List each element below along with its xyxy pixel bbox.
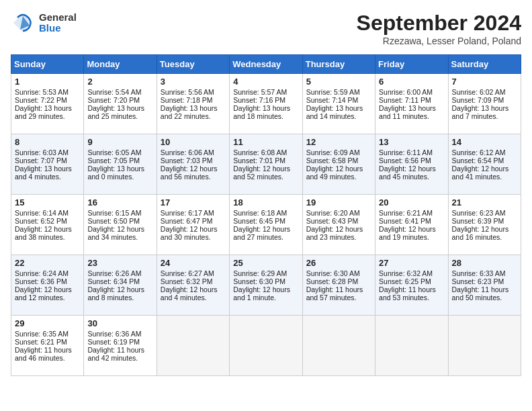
day-number: 20 — [379, 197, 444, 208]
sunset-label: Sunset: 6:32 PM — [161, 277, 213, 285]
calendar-cell: 2 Sunrise: 5:54 AM Sunset: 7:20 PM Dayli… — [84, 74, 157, 134]
day-number: 16 — [87, 197, 152, 208]
sunrise-label: Sunrise: 5:57 AM — [233, 88, 287, 96]
calendar-subtitle: Rzezawa, Lesser Poland, Poland — [357, 36, 521, 46]
calendar-cell — [157, 316, 229, 376]
daylight-label: Daylight: 12 hours and 4 minutes. — [161, 285, 218, 302]
calendar-cell: 23 Sunrise: 6:26 AM Sunset: 6:34 PM Dayl… — [84, 255, 157, 316]
title-block: September 2024 Rzezawa, Lesser Poland, P… — [357, 11, 521, 46]
daylight-label: Daylight: 12 hours and 49 minutes. — [306, 165, 363, 181]
calendar-header: SundayMondayTuesdayWednesdayThursdayFrid… — [11, 55, 521, 74]
logo-icon — [11, 11, 35, 35]
daylight-label: Daylight: 12 hours and 23 minutes. — [306, 225, 363, 241]
daylight-label: Daylight: 11 hours and 53 minutes. — [379, 285, 436, 302]
daylight-label: Daylight: 12 hours and 30 minutes. — [161, 225, 218, 241]
calendar-week-3: 15 Sunrise: 6:14 AM Sunset: 6:52 PM Dayl… — [11, 195, 521, 255]
daylight-label: Daylight: 12 hours and 19 minutes. — [379, 225, 436, 241]
sunset-label: Sunset: 6:50 PM — [87, 217, 140, 225]
sunset-label: Sunset: 6:28 PM — [306, 277, 359, 285]
sunrise-label: Sunrise: 6:17 AM — [161, 209, 214, 217]
calendar-cell: 29 Sunrise: 6:35 AM Sunset: 6:21 PM Dayl… — [11, 316, 84, 376]
daylight-label: Daylight: 13 hours and 0 minutes. — [87, 165, 144, 181]
sunset-label: Sunset: 6:45 PM — [233, 217, 285, 225]
calendar-cell: 6 Sunrise: 6:00 AM Sunset: 7:11 PM Dayli… — [375, 74, 448, 134]
calendar-cell: 30 Sunrise: 6:36 AM Sunset: 6:19 PM Dayl… — [84, 316, 157, 376]
calendar-week-1: 1 Sunrise: 5:53 AM Sunset: 7:22 PM Dayli… — [11, 74, 521, 134]
day-number: 23 — [87, 258, 152, 268]
daylight-label: Daylight: 13 hours and 25 minutes. — [87, 104, 144, 120]
daylight-label: Daylight: 12 hours and 12 minutes. — [15, 285, 72, 302]
calendar-cell: 25 Sunrise: 6:29 AM Sunset: 6:30 PM Dayl… — [230, 255, 302, 316]
sunset-label: Sunset: 7:07 PM — [15, 156, 67, 165]
logo-blue-text: Blue — [39, 23, 77, 34]
calendar-cell — [302, 316, 375, 376]
sunset-label: Sunset: 6:54 PM — [452, 156, 504, 165]
sunset-label: Sunset: 7:03 PM — [161, 156, 213, 165]
daylight-label: Daylight: 12 hours and 34 minutes. — [87, 225, 144, 241]
day-number: 5 — [306, 77, 371, 87]
sunset-label: Sunset: 6:47 PM — [161, 217, 213, 225]
daylight-label: Daylight: 11 hours and 57 minutes. — [306, 285, 363, 302]
calendar-cell: 14 Sunrise: 6:12 AM Sunset: 6:54 PM Dayl… — [448, 134, 521, 195]
day-header-tuesday: Tuesday — [157, 55, 229, 74]
sunset-label: Sunset: 6:39 PM — [452, 217, 504, 225]
sunset-label: Sunset: 7:16 PM — [233, 96, 285, 104]
calendar-cell: 28 Sunrise: 6:33 AM Sunset: 6:23 PM Dayl… — [448, 255, 521, 316]
calendar-cell: 11 Sunrise: 6:08 AM Sunset: 7:01 PM Dayl… — [230, 134, 302, 195]
calendar-cell: 8 Sunrise: 6:03 AM Sunset: 7:07 PM Dayli… — [11, 134, 84, 195]
daylight-label: Daylight: 13 hours and 11 minutes. — [379, 104, 436, 120]
sunset-label: Sunset: 6:19 PM — [87, 338, 140, 346]
calendar-cell: 7 Sunrise: 6:02 AM Sunset: 7:09 PM Dayli… — [448, 74, 521, 134]
logo-text: General Blue — [39, 12, 77, 34]
sunrise-label: Sunrise: 6:36 AM — [87, 330, 141, 338]
sunset-label: Sunset: 7:22 PM — [15, 96, 67, 104]
sunrise-label: Sunrise: 6:20 AM — [306, 209, 360, 217]
daylight-label: Daylight: 13 hours and 4 minutes. — [15, 165, 72, 181]
sunrise-label: Sunrise: 5:53 AM — [15, 88, 69, 96]
day-header-sunday: Sunday — [11, 55, 84, 74]
sunrise-label: Sunrise: 6:06 AM — [161, 148, 214, 156]
sunrise-label: Sunrise: 6:30 AM — [306, 269, 360, 277]
day-number: 21 — [452, 197, 517, 208]
calendar-cell: 4 Sunrise: 5:57 AM Sunset: 7:16 PM Dayli… — [230, 74, 302, 134]
calendar-week-5: 29 Sunrise: 6:35 AM Sunset: 6:21 PM Dayl… — [11, 316, 521, 376]
day-header-thursday: Thursday — [302, 55, 375, 74]
sunset-label: Sunset: 7:20 PM — [87, 96, 140, 104]
day-number: 14 — [452, 137, 517, 147]
sunset-label: Sunset: 7:14 PM — [306, 96, 359, 104]
calendar-week-4: 22 Sunrise: 6:24 AM Sunset: 6:36 PM Dayl… — [11, 255, 521, 316]
calendar-title: September 2024 — [357, 11, 521, 36]
sunrise-label: Sunrise: 6:00 AM — [379, 88, 433, 96]
day-number: 4 — [233, 77, 298, 87]
calendar-cell: 15 Sunrise: 6:14 AM Sunset: 6:52 PM Dayl… — [11, 195, 84, 255]
calendar-cell: 5 Sunrise: 5:59 AM Sunset: 7:14 PM Dayli… — [302, 74, 375, 134]
calendar-cell: 9 Sunrise: 6:05 AM Sunset: 7:05 PM Dayli… — [84, 134, 157, 195]
calendar-cell: 13 Sunrise: 6:11 AM Sunset: 6:56 PM Dayl… — [375, 134, 448, 195]
logo: General Blue — [11, 11, 77, 35]
day-number: 30 — [87, 318, 152, 328]
sunset-label: Sunset: 6:56 PM — [379, 156, 431, 165]
sunrise-label: Sunrise: 6:27 AM — [161, 269, 214, 277]
day-number: 28 — [452, 258, 517, 268]
sunrise-label: Sunrise: 6:09 AM — [306, 148, 360, 156]
sunrise-label: Sunrise: 6:21 AM — [379, 209, 433, 217]
daylight-label: Daylight: 13 hours and 18 minutes. — [233, 104, 290, 120]
sunset-label: Sunset: 7:18 PM — [161, 96, 213, 104]
day-header-saturday: Saturday — [448, 55, 521, 74]
sunrise-label: Sunrise: 5:56 AM — [161, 88, 214, 96]
calendar-cell: 12 Sunrise: 6:09 AM Sunset: 6:58 PM Dayl… — [302, 134, 375, 195]
sunrise-label: Sunrise: 5:54 AM — [87, 88, 141, 96]
sunrise-label: Sunrise: 6:03 AM — [15, 148, 69, 156]
sunset-label: Sunset: 7:01 PM — [233, 156, 285, 165]
calendar-cell: 17 Sunrise: 6:17 AM Sunset: 6:47 PM Dayl… — [157, 195, 229, 255]
day-number: 29 — [15, 318, 80, 328]
sunset-label: Sunset: 6:58 PM — [306, 156, 359, 165]
daylight-label: Daylight: 13 hours and 22 minutes. — [161, 104, 218, 120]
daylight-label: Daylight: 12 hours and 52 minutes. — [233, 165, 290, 181]
calendar-cell — [448, 316, 521, 376]
sunset-label: Sunset: 6:43 PM — [306, 217, 359, 225]
sunrise-label: Sunrise: 6:15 AM — [87, 209, 141, 217]
daylight-label: Daylight: 13 hours and 7 minutes. — [452, 104, 509, 120]
sunrise-label: Sunrise: 6:08 AM — [233, 148, 287, 156]
sunset-label: Sunset: 7:05 PM — [87, 156, 140, 165]
